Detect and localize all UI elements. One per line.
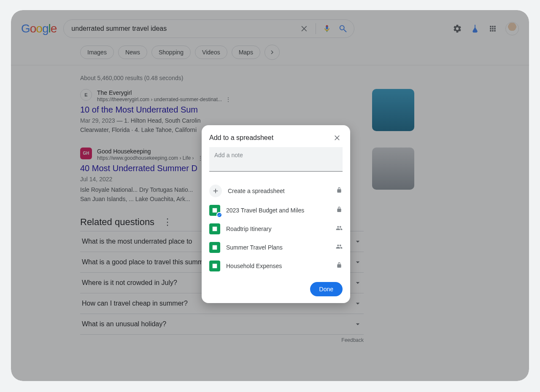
spreadsheet-label: Household Expenses bbox=[226, 263, 330, 269]
spreadsheet-item[interactable]: 2023 Travel Budget and Miles bbox=[202, 201, 350, 220]
note-input[interactable] bbox=[214, 152, 338, 158]
dialog-title: Add to a spreadsheet bbox=[209, 134, 273, 142]
spreadsheet-list: Create a spreadsheet 2023 Travel Budget … bbox=[202, 181, 350, 275]
lock-icon bbox=[336, 262, 343, 270]
sheets-icon bbox=[209, 223, 220, 234]
create-spreadsheet-row[interactable]: Create a spreadsheet bbox=[202, 181, 350, 201]
lock-icon bbox=[336, 187, 343, 195]
lock-icon bbox=[336, 206, 343, 215]
check-badge-icon bbox=[216, 212, 222, 218]
close-icon[interactable] bbox=[332, 133, 343, 143]
spreadsheet-label: 2023 Travel Budget and Miles bbox=[226, 207, 330, 214]
done-button[interactable]: Done bbox=[310, 282, 343, 296]
plus-icon bbox=[209, 185, 222, 197]
spreadsheet-item[interactable]: Summer Travel Plans bbox=[202, 238, 350, 257]
sheets-icon bbox=[209, 205, 220, 216]
browser-frame: Google bbox=[11, 10, 529, 381]
spreadsheet-label: Roadtrip Itinerary bbox=[226, 226, 330, 232]
sheets-icon bbox=[209, 260, 220, 271]
note-field[interactable] bbox=[209, 147, 343, 172]
create-label: Create a spreadsheet bbox=[228, 188, 330, 194]
spreadsheet-item[interactable]: Household Expenses bbox=[202, 257, 350, 275]
add-to-spreadsheet-dialog: Add to a spreadsheet Create a spreadshee… bbox=[202, 125, 350, 303]
spreadsheet-item[interactable]: Roadtrip Itinerary bbox=[202, 220, 350, 238]
shared-icon bbox=[336, 243, 343, 252]
shared-icon bbox=[336, 225, 343, 233]
spreadsheet-label: Summer Travel Plans bbox=[226, 244, 330, 251]
sheets-icon bbox=[209, 242, 220, 253]
